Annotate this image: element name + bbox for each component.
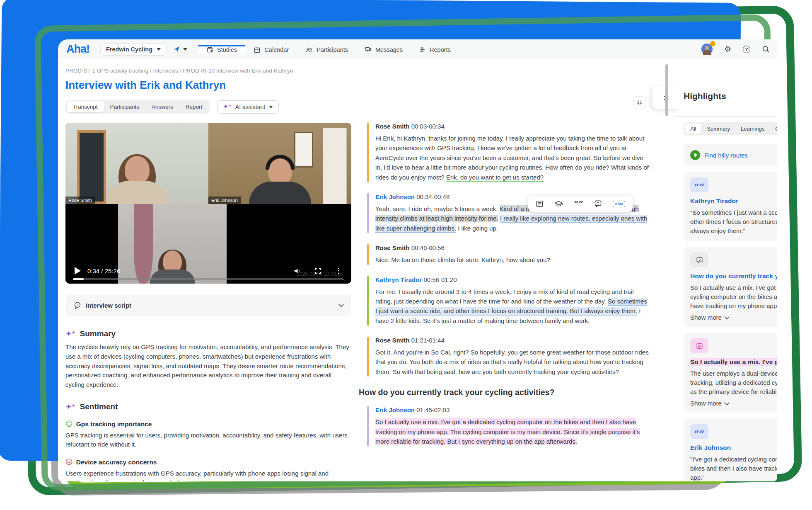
settings-button[interactable]: ⚙ [724, 45, 731, 53]
user-avatar[interactable] [701, 44, 713, 55]
app-window: Aha! Fredwin Cycling Studies [58, 39, 777, 481]
quote-card[interactable]: ““ Kathryn Tirador "So sometimes I just … [684, 172, 777, 241]
video-name-label: Rose Smith [65, 197, 95, 204]
left-column: Rose Smith [65, 123, 351, 481]
learning-card[interactable]: So I actually use a mix. I've got a dedi… [684, 333, 777, 413]
card-speaker-link[interactable]: Kathryn Tirador [690, 197, 777, 205]
sparkle-icon: ✦⁺ [223, 104, 232, 110]
show-more-button[interactable]: Show more [690, 400, 777, 407]
nav-tabs: Studies Calendar Participants Messages [198, 45, 459, 53]
transcript-text[interactable]: Got it. And you're in So Cal, right? So … [375, 347, 650, 376]
fullscreen-icon[interactable] [314, 267, 321, 274]
question-bubble-icon[interactable]: ? [594, 200, 602, 208]
video-player[interactable]: Rose Smith [65, 123, 351, 284]
transcript-text[interactable]: For me. I usually ride around 3 to 4 tim… [375, 287, 650, 326]
sparkle-icon: ✦⁺ [65, 403, 76, 410]
nav-tab-studies[interactable]: Studies [198, 45, 245, 53]
scrollbar[interactable] [665, 64, 668, 116]
highlight-toolbar: ““ ? Aha! [528, 196, 633, 212]
transcript-text[interactable]: Nice. Me too on those climbs for sure. K… [375, 255, 650, 265]
highlights-tab-quotes[interactable]: Quotes [770, 124, 777, 134]
svg-text:?: ? [698, 258, 701, 262]
quote-icon[interactable]: ““ [574, 202, 583, 206]
volume-icon[interactable] [293, 267, 301, 274]
quote-badge: ““ [690, 177, 708, 192]
card-question-link[interactable]: How do you currently track your cycling … [690, 272, 777, 280]
tab-participants[interactable]: Participants [104, 101, 146, 112]
nav-tab-label: Studies [217, 46, 237, 53]
chevron-down-icon [183, 48, 187, 51]
page: Aha! Fredwin Cycling Studies [0, 0, 812, 510]
tab-answers[interactable]: Answers [145, 101, 179, 112]
nav-tab-label: Reports [430, 46, 451, 53]
video-name-label: Erik Johnson [208, 197, 241, 204]
sentiment-item-negative: ☹ Device accuracy concerns [65, 459, 351, 466]
card-speaker-link[interactable]: Erik Johnson [690, 444, 777, 452]
speaker-name-link[interactable]: Erik Johnson [375, 406, 415, 413]
aha-logo[interactable]: Aha! [66, 43, 89, 56]
learning-cap-icon[interactable] [554, 200, 563, 208]
highlights-card-list: Find hilly routes ““ Kathryn Tirador "So… [684, 144, 777, 481]
ai-assistant-button[interactable]: ✦⁺ AI assistant [217, 100, 279, 114]
card-learning-title[interactable]: So I actually use a mix. I've got a dedi… [690, 358, 777, 366]
video-progress-bar[interactable] [73, 278, 344, 280]
green-underlined-text: Erik, do you want to get us started? [446, 174, 544, 182]
interview-script-collapsible[interactable]: ? Interview script [65, 294, 351, 316]
sentiment-section-header: ✦⁺ Sentiment [65, 402, 351, 411]
chevron-down-icon [724, 314, 730, 320]
highlights-tab-summary[interactable]: Summary [701, 124, 735, 134]
tab-transcript[interactable]: Transcript [67, 101, 104, 112]
video-bottom-row: 2025-03-04 13:08:20 0:34 / 25:26 ⋮ [65, 204, 351, 284]
calendar-icon [254, 46, 261, 53]
quote-card[interactable]: ““ Erik Johnson "I've got a dedicated cy… [684, 418, 777, 481]
speaker-name-link[interactable]: Erik Johnson [375, 193, 415, 200]
svg-text:?: ? [77, 303, 79, 307]
compress-view-button[interactable] [633, 96, 646, 109]
script-bubble-icon: ? [74, 301, 81, 309]
tab-report[interactable]: Report [179, 101, 209, 112]
card-answer-text: So I actually use a mix. I've got a dedi… [690, 283, 777, 311]
timestamp: 00:56-01:20 [423, 276, 457, 283]
chevron-down-icon [157, 48, 161, 51]
navigate-menu[interactable] [173, 46, 187, 53]
highlights-title: Highlights [679, 91, 777, 101]
transcript-entry: Rose Smith 00:03-00:34 Hi Erik, hi Kathr… [367, 123, 650, 182]
video-controls: 0:34 / 25:26 ⋮ [65, 267, 351, 274]
highlights-tab-all[interactable]: All [685, 124, 701, 134]
nav-tab-participants[interactable]: Participants [297, 45, 356, 53]
aha-annotation-chip[interactable]: Aha! [613, 201, 625, 207]
question-bubble-icon: ? [696, 257, 703, 264]
show-more-button[interactable]: Show more [690, 314, 777, 321]
transcript-entry: Rose Smith 00:49-00:56 Nice. Me too on t… [367, 244, 650, 265]
transcript-text[interactable]: So I actually use a mix. I've got a dedi… [375, 417, 650, 446]
list-icon [696, 342, 703, 350]
nav-tab-reports[interactable]: Reports [411, 45, 459, 53]
transcript-text[interactable]: Hi Erik, hi Kathryn, thanks for joining … [375, 134, 650, 182]
nav-tab-calendar[interactable]: Calendar [245, 45, 297, 53]
sentiment-label: Device accuracy concerns [76, 459, 157, 466]
speaker-name-link[interactable]: Kathryn Tirador [375, 276, 422, 283]
help-button[interactable]: ? [743, 46, 750, 53]
search-button[interactable] [762, 45, 770, 53]
workspace-selector[interactable]: Fredwin Cycling [100, 43, 167, 56]
timestamp: 00:34-00:48 [416, 193, 450, 200]
compress-icon [636, 100, 643, 106]
more-options-icon[interactable]: ⋮ [335, 267, 342, 274]
highlights-tab-learnings[interactable]: Learnings [735, 124, 770, 134]
studies-icon [206, 46, 213, 53]
sentiment-heading: Sentiment [80, 402, 118, 411]
nav-tab-messages[interactable]: Messages [356, 45, 411, 53]
quote-icon: ““ [694, 428, 704, 436]
recommendation-card[interactable]: Find hilly routes [684, 144, 777, 166]
summary-heading: Summary [80, 329, 116, 338]
nav-right: ⚙ ? [701, 39, 770, 59]
summary-list-icon[interactable] [536, 200, 544, 208]
question-card[interactable]: ? How do you currently track your cyclin… [684, 247, 777, 327]
recommendation-link[interactable]: Find hilly routes [704, 152, 748, 159]
play-icon[interactable] [75, 267, 81, 274]
nav-tab-label: Participants [317, 46, 348, 53]
headphones [266, 155, 295, 170]
breadcrumb[interactable]: PROD-ST-1 GPS activity tracking / Interv… [65, 68, 650, 74]
avatar-figure [703, 50, 711, 55]
nav-left: Aha! Fredwin Cycling Studies [58, 39, 459, 59]
